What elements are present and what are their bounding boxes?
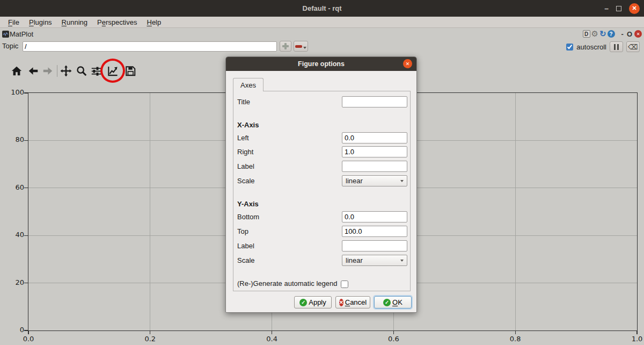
dock-d-icon[interactable]: D	[583, 30, 590, 38]
xaxis-scale-select[interactable]: linear	[342, 175, 407, 186]
ytick-mark	[24, 283, 28, 283]
back-button[interactable]	[26, 64, 40, 78]
topic-label: Topic	[2, 42, 18, 50]
menu-label: R	[62, 18, 67, 26]
xaxis-left-input[interactable]	[342, 132, 407, 143]
ytick-label: 20	[2, 278, 24, 286]
xtick-label: 0.2	[139, 335, 162, 343]
back-arrow-icon	[27, 65, 39, 77]
zoom-button[interactable]	[75, 64, 89, 78]
menu-running[interactable]: Running	[57, 17, 92, 28]
menu-label: elp	[152, 18, 161, 26]
yaxis-heading: Y-Axis	[237, 200, 259, 208]
check-icon: ✓	[383, 299, 391, 306]
ytick-label: 100	[2, 88, 24, 96]
legend-checkbox[interactable]	[341, 281, 348, 288]
pan-button[interactable]	[59, 64, 73, 78]
legend-label: (Re-)Generate automatic legend	[237, 279, 337, 288]
chevron-down-icon	[400, 260, 404, 262]
autoscroll-checkbox[interactable]	[566, 44, 573, 51]
dock-close-icon[interactable]: ✕	[634, 30, 642, 38]
magnifier-icon	[76, 65, 87, 77]
ytick-label: 0	[2, 326, 24, 334]
autoscroll-label[interactable]: autoscroll	[576, 43, 606, 51]
title-input[interactable]	[342, 96, 407, 107]
dock-float-icon[interactable]: O	[626, 30, 633, 38]
save-button[interactable]	[123, 64, 137, 78]
xtick-label: 1.0	[626, 335, 644, 343]
title-label: Title	[237, 98, 250, 106]
xtick-label: 0.6	[382, 335, 405, 343]
apply-label: Apply	[309, 298, 326, 306]
pause-icon	[617, 44, 619, 50]
menu-help[interactable]: Help	[142, 17, 166, 28]
cancel-label: Cancel	[345, 298, 367, 306]
dialog-close-button[interactable]: ✕	[403, 59, 412, 68]
yaxis-label-input[interactable]	[342, 240, 407, 251]
dialog-button-row: ✓ Apply ✕ Cancel ✓ OK	[226, 291, 418, 313]
yaxis-bottom-input[interactable]	[342, 211, 407, 222]
remove-topic-button[interactable]	[294, 41, 308, 52]
tab-axes[interactable]: Axes	[233, 78, 264, 91]
plugin-titlebar: MatPlot D ⚙ ↻ ? - O ✕	[0, 28, 644, 40]
dialog-titlebar[interactable]: Figure options ✕	[226, 57, 416, 71]
annotation-circle	[100, 59, 125, 83]
plugin-title: MatPlot	[10, 30, 33, 38]
yaxis-scale-label: Scale	[237, 256, 255, 264]
xaxis-heading: X-Axis	[237, 121, 259, 129]
menu-label: H	[147, 18, 151, 26]
close-button[interactable]: ✕	[629, 3, 640, 14]
clear-button[interactable]: ⌫	[626, 41, 640, 52]
pause-icon	[614, 44, 616, 50]
menu-plugins[interactable]: Plugins	[24, 17, 57, 28]
gridline-v	[515, 93, 516, 330]
apply-button[interactable]: ✓ Apply	[294, 296, 332, 308]
menu-file[interactable]: File	[3, 17, 24, 28]
menu-perspectives[interactable]: Perspectives	[92, 17, 142, 28]
yaxis-top-label: Top	[237, 227, 248, 235]
menu-label: P	[29, 18, 34, 26]
menu-label: unning	[67, 18, 87, 26]
chevron-down-icon	[400, 180, 404, 182]
xtick-label: 0.0	[17, 335, 40, 343]
ytick-mark	[24, 330, 28, 330]
forward-button[interactable]	[41, 64, 55, 78]
clear-icon: ⌫	[628, 43, 638, 51]
ok-button[interactable]: ✓ OK	[374, 296, 412, 308]
cancel-button[interactable]: ✕ Cancel	[335, 296, 370, 308]
ytick-label: 60	[2, 183, 24, 191]
yaxis-label-label: Label	[237, 242, 254, 250]
home-button[interactable]	[10, 64, 24, 78]
dock-minimize-icon[interactable]: -	[620, 30, 625, 38]
reload-icon[interactable]: ↻	[599, 30, 606, 38]
forward-arrow-icon	[42, 65, 54, 77]
check-icon: ✓	[299, 299, 307, 306]
menu-label: F	[8, 18, 12, 26]
xaxis-scale-value: linear	[346, 177, 363, 185]
xaxis-label-input[interactable]	[342, 161, 407, 172]
ytick-mark	[24, 140, 28, 141]
help-icon[interactable]: ?	[608, 30, 615, 38]
toolbar-separator	[57, 65, 57, 77]
cross-icon: ✕	[339, 299, 343, 306]
yaxis-top-input[interactable]	[342, 226, 407, 237]
yaxis-bottom-label: Bottom	[237, 213, 259, 221]
minimize-button[interactable]: –	[604, 6, 609, 11]
xaxis-scale-label: Scale	[237, 177, 255, 185]
yaxis-scale-select[interactable]: linear	[342, 255, 407, 266]
maximize-button[interactable]	[616, 6, 621, 11]
settings-gear-icon[interactable]: ⚙	[591, 30, 598, 38]
menu-label: e	[102, 18, 106, 26]
dropdown-arrow-icon	[303, 47, 306, 49]
tab-label: Axes	[240, 81, 256, 89]
gridline-v	[150, 93, 150, 330]
plot-controls: autoscroll ⌫	[566, 41, 640, 53]
save-icon	[125, 65, 136, 77]
topic-input[interactable]	[23, 41, 277, 52]
pause-button[interactable]	[610, 41, 623, 52]
xtick-mark	[150, 330, 150, 334]
menu-label: P	[97, 18, 102, 26]
add-topic-button[interactable]	[280, 41, 291, 52]
menu-label: lugins	[34, 18, 52, 26]
xaxis-right-input[interactable]	[342, 146, 407, 157]
